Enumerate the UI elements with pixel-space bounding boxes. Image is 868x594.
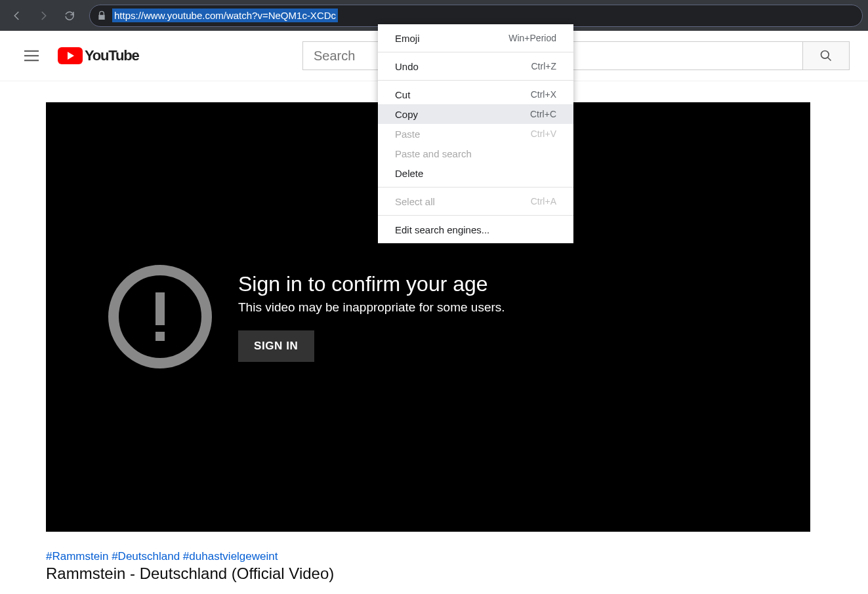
warning-icon <box>108 265 212 368</box>
search-icon <box>819 49 833 62</box>
context-menu-shortcut: Ctrl+X <box>531 89 556 100</box>
context-menu-shortcut: Ctrl+Z <box>531 61 557 71</box>
context-menu-item[interactable]: CopyCtrl+C <box>378 104 573 124</box>
menu-button[interactable] <box>18 43 45 69</box>
svg-point-3 <box>821 51 829 59</box>
hashtag-link[interactable]: #Deutschland <box>112 550 180 563</box>
age-gate-heading: Sign in to confirm your age <box>238 272 505 296</box>
hashtag-link[interactable]: #duhastvielgeweint <box>183 550 278 563</box>
svg-rect-1 <box>24 55 39 56</box>
context-menu-separator <box>378 52 573 52</box>
context-menu-item[interactable]: CutCtrl+X <box>378 85 573 104</box>
context-menu-label: Delete <box>395 168 423 179</box>
context-menu-label: Cut <box>395 89 410 100</box>
svg-rect-2 <box>24 60 39 61</box>
context-menu-separator <box>378 80 573 81</box>
hashtag-link[interactable]: #Rammstein <box>46 550 108 563</box>
context-menu-item[interactable]: Delete <box>378 163 573 183</box>
context-menu-shortcut: Ctrl+C <box>530 109 556 119</box>
youtube-wordmark: YouTube <box>85 47 138 64</box>
video-title: Rammstein - Deutschland (Official Video) <box>46 564 822 583</box>
context-menu-item: Paste and search <box>378 144 573 163</box>
lock-icon <box>96 10 107 21</box>
context-menu-shortcut: Ctrl+V <box>531 129 556 139</box>
back-button[interactable] <box>5 5 29 26</box>
context-menu-separator <box>378 215 573 216</box>
context-menu: EmojiWin+PeriodUndoCtrl+ZCutCtrl+XCopyCt… <box>378 24 573 243</box>
hamburger-icon <box>24 50 39 62</box>
context-menu-label: Undo <box>395 61 419 72</box>
context-menu-shortcut: Win+Period <box>508 33 556 43</box>
context-menu-label: Paste and search <box>395 148 472 159</box>
search-button[interactable] <box>802 41 850 70</box>
context-menu-item: PasteCtrl+V <box>378 124 573 144</box>
url-text[interactable]: https://www.youtube.com/watch?v=NeQM1c-X… <box>112 9 338 22</box>
svg-line-4 <box>828 58 831 61</box>
age-gate-subtext: This video may be inappropriate for some… <box>238 300 505 315</box>
context-menu-label: Paste <box>395 129 420 140</box>
context-menu-item[interactable]: EmojiWin+Period <box>378 28 573 48</box>
address-bar[interactable]: https://www.youtube.com/watch?v=NeQM1c-X… <box>89 5 863 27</box>
reload-button[interactable] <box>58 5 81 26</box>
context-menu-item[interactable]: UndoCtrl+Z <box>378 56 573 76</box>
svg-rect-0 <box>24 50 39 52</box>
arrow-left-icon <box>11 10 23 22</box>
context-menu-label: Select all <box>395 196 435 207</box>
context-menu-shortcut: Ctrl+A <box>531 196 556 207</box>
context-menu-item: Select allCtrl+A <box>378 191 573 211</box>
age-gate: Sign in to confirm your age This video m… <box>108 265 505 368</box>
context-menu-label: Emoji <box>395 33 420 44</box>
hashtags: #Rammstein #Deutschland #duhastvielgewei… <box>46 550 822 563</box>
context-menu-label: Copy <box>395 109 418 120</box>
youtube-logo[interactable]: YouTube <box>58 47 138 64</box>
context-menu-separator <box>378 187 573 188</box>
youtube-play-icon <box>58 47 83 64</box>
context-menu-label: Edit search engines... <box>395 224 489 235</box>
sign-in-button[interactable]: SIGN IN <box>238 330 314 362</box>
reload-icon <box>64 10 75 22</box>
forward-button[interactable] <box>31 5 55 26</box>
arrow-right-icon <box>37 10 49 22</box>
context-menu-item[interactable]: Edit search engines... <box>378 220 573 239</box>
